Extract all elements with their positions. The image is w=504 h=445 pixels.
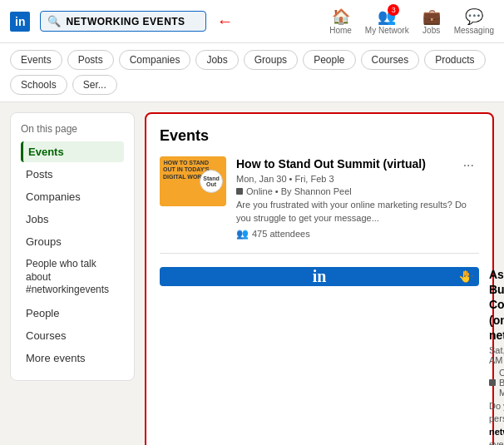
event-more-button-1[interactable]: ··· xyxy=(458,156,479,175)
event-desc-1: Are you frustrated with your online mark… xyxy=(236,199,479,225)
summit-thumbnail: HOW TO STANDOUT IN TODAY'SDIGITAL WORLD … xyxy=(160,156,226,206)
sidebar-item-posts[interactable]: Posts xyxy=(21,164,124,185)
linkedin-thumbnail-2: in xyxy=(313,267,327,286)
event-location-2: Online • By Bob Low Marketing xyxy=(489,368,504,398)
event-info-1: How to Stand Out Summit (virtual) Mon, J… xyxy=(236,156,479,240)
online-indicator-1 xyxy=(236,188,243,195)
event-title-2[interactable]: Asia Business Connect (online networking… xyxy=(489,267,504,343)
sidebar-item-more-events[interactable]: More events xyxy=(21,348,124,368)
home-icon: 🏠 xyxy=(332,7,350,26)
linkedin-logo: in xyxy=(10,12,30,32)
event-thumb-1[interactable]: HOW TO STANDOUT IN TODAY'SDIGITAL WORLD … xyxy=(160,156,226,206)
nav-jobs[interactable]: 💼 Jobs xyxy=(422,7,441,35)
nav-home-label: Home xyxy=(329,26,352,35)
sidebar-section-title: On this page xyxy=(21,123,124,135)
event-desc-2: Do you miss in-person networking events … xyxy=(489,400,504,445)
events-panel-title: Events xyxy=(160,127,479,145)
messaging-icon: 💬 xyxy=(465,7,483,26)
nav-messaging[interactable]: 💬 Messaging xyxy=(454,7,494,35)
nav-home[interactable]: 🏠 Home xyxy=(329,7,352,35)
search-icon: 🔍 xyxy=(47,15,61,27)
nav-icons: 🏠 Home 👥 3 My Network 💼 Jobs 💬 Messaging xyxy=(329,7,494,35)
nav-my-network[interactable]: 👥 3 My Network xyxy=(365,7,409,35)
filter-tab-people[interactable]: People xyxy=(303,50,355,70)
event-title-1[interactable]: How to Stand Out Summit (virtual) xyxy=(236,156,479,171)
sidebar-item-events[interactable]: Events xyxy=(21,141,124,162)
search-input[interactable] xyxy=(66,16,199,27)
filter-tab-events[interactable]: Events xyxy=(10,50,62,70)
sidebar-item-people[interactable]: People xyxy=(21,303,124,324)
sidebar-item-people-hashtag[interactable]: People who talk about #networkingevents xyxy=(21,254,124,301)
filter-tab-courses[interactable]: Courses xyxy=(361,50,420,70)
search-bar[interactable]: 🔍 xyxy=(40,11,206,32)
event-more-button-2[interactable]: ··· xyxy=(458,267,479,285)
highlight-2: networking xyxy=(489,427,504,437)
attendees-icon-1: 👥 xyxy=(236,228,249,240)
online-indicator-2 xyxy=(489,379,496,386)
event-date-1: Mon, Jan 30 • Fri, Feb 3 xyxy=(236,174,479,184)
filter-tab-companies[interactable]: Companies xyxy=(119,50,191,70)
nav-network-label: My Network xyxy=(365,26,409,35)
filter-tab-schools[interactable]: Schools xyxy=(10,75,67,95)
filter-tab-groups[interactable]: Groups xyxy=(244,50,298,70)
event-attendees-1: 👥 475 attendees xyxy=(236,228,479,240)
jobs-icon: 💼 xyxy=(422,7,441,26)
nav-messaging-label: Messaging xyxy=(454,26,494,35)
sidebar-wrapper: ↗ On this page Events Posts Companies Jo… xyxy=(10,112,135,445)
network-icon: 👥 3 xyxy=(378,7,396,26)
sidebar-item-jobs[interactable]: Jobs xyxy=(21,209,124,230)
sidebar-item-courses[interactable]: Courses xyxy=(21,325,124,346)
nav-jobs-label: Jobs xyxy=(422,26,440,35)
event-location-1: Online • By Shannon Peel xyxy=(236,186,479,196)
annotation-arrow-search: ← xyxy=(216,12,233,31)
filter-tab-products[interactable]: Products xyxy=(424,50,485,70)
event-thumb-2[interactable]: in 🤚 xyxy=(160,267,479,286)
event-info-2: Asia Business Connect (online networking… xyxy=(489,267,504,445)
filter-tab-posts[interactable]: Posts xyxy=(67,50,114,70)
events-panel: Events HOW TO STANDOUT IN TODAY'SDIGITAL… xyxy=(145,112,494,445)
header: in 🔍 ← 🏠 Home 👥 3 My Network 💼 Jobs 💬 Me… xyxy=(0,0,504,43)
event-date-2: Sat, Feb 4, 9:00 AM WEST xyxy=(489,345,504,365)
event-card-2: in 🤚 Asia Business Connect (online netwo… xyxy=(160,267,479,445)
main-content: ↗ On this page Events Posts Companies Jo… xyxy=(0,102,504,445)
sidebar-item-groups[interactable]: Groups xyxy=(21,231,124,252)
filter-tab-more[interactable]: Ser... xyxy=(72,75,117,95)
sidebar: On this page Events Posts Companies Jobs… xyxy=(10,112,135,381)
filter-tab-jobs[interactable]: Jobs xyxy=(195,50,238,70)
event-card-1: HOW TO STANDOUT IN TODAY'SDIGITAL WORLD … xyxy=(160,156,479,254)
sidebar-item-companies[interactable]: Companies xyxy=(21,186,124,207)
filter-bar: Events Posts Companies Jobs Groups Peopl… xyxy=(0,43,504,102)
network-badge: 3 xyxy=(388,4,399,16)
